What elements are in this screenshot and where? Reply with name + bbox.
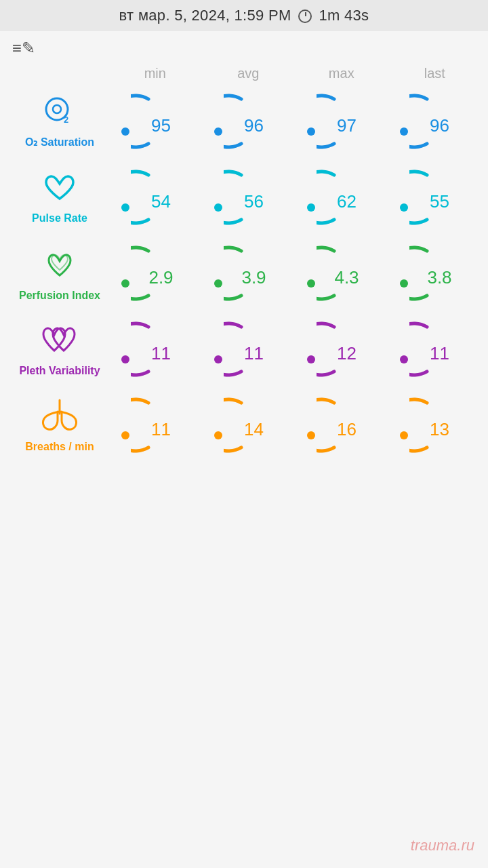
metric-label-breaths: Breaths / min xyxy=(9,397,110,453)
gauge-value-perfusion-0: 2.9 xyxy=(148,267,173,288)
gauge-dot-breaths-1 xyxy=(214,431,222,439)
pulse-icon xyxy=(39,170,80,208)
metrics-container: 2 O₂ Saturation 95 96 97 96 Pulse Rate 5… xyxy=(0,84,488,462)
metric-name-o2: O₂ Saturation xyxy=(25,136,94,149)
gauge-arc-breaths-0: 11 xyxy=(131,395,192,456)
gauge-arc-pulse-0: 54 xyxy=(131,167,192,228)
metric-row-perfusion: Perfusion Index 2.9 3.9 4.3 3.8 xyxy=(0,236,488,311)
gauge-breaths-1: 14 xyxy=(209,395,290,456)
gauge-dot-breaths-3 xyxy=(400,431,408,439)
gauge-arc-pulse-3: 55 xyxy=(409,167,470,228)
gauge-dot-pulse-0 xyxy=(121,203,129,212)
gauge-dot-pleth-0 xyxy=(121,355,129,363)
metric-gauges-breaths: 11 14 16 13 xyxy=(110,395,481,456)
gauge-arc-pulse-1: 56 xyxy=(224,167,285,228)
gauge-value-o2-1: 96 xyxy=(244,115,264,136)
gauge-value-perfusion-2: 4.3 xyxy=(334,267,359,288)
metric-label-pulse: Pulse Rate xyxy=(9,170,110,224)
watermark: trauma.ru xyxy=(411,837,474,854)
gauge-value-pleth-0: 11 xyxy=(151,343,171,364)
gauge-o2-2: 97 xyxy=(302,91,383,152)
perfusion-icon xyxy=(38,244,82,285)
gauge-dot-o2-3 xyxy=(400,127,408,136)
metric-label-pleth: Pleth Variability xyxy=(9,321,110,377)
gauge-perfusion-0: 2.9 xyxy=(116,243,197,304)
gauge-value-pulse-1: 56 xyxy=(244,191,264,212)
metric-label-o2: 2 O₂ Saturation xyxy=(9,94,110,149)
gauge-o2-0: 95 xyxy=(116,91,197,152)
gauge-arc-pleth-1: 11 xyxy=(224,319,285,380)
gauge-breaths-0: 11 xyxy=(116,395,197,456)
metric-label-perfusion: Perfusion Index xyxy=(9,244,110,302)
metric-name-pleth: Pleth Variability xyxy=(19,364,100,377)
gauge-arc-pleth-0: 11 xyxy=(131,319,192,380)
gauge-arc-pleth-2: 12 xyxy=(317,319,378,380)
gauge-arc-perfusion-0: 2.9 xyxy=(131,243,192,304)
svg-text:2: 2 xyxy=(64,115,68,125)
gauge-dot-perfusion-1 xyxy=(214,279,222,288)
gauge-arc-o2-1: 96 xyxy=(224,91,285,152)
gauge-dot-pulse-1 xyxy=(214,203,222,212)
gauge-value-pulse-3: 55 xyxy=(430,191,449,212)
gauge-value-breaths-1: 14 xyxy=(244,419,264,440)
gauge-pleth-1: 11 xyxy=(209,319,290,380)
metric-name-perfusion: Perfusion Index xyxy=(19,289,100,302)
gauge-value-o2-0: 95 xyxy=(151,115,171,136)
gauge-arc-o2-2: 97 xyxy=(317,91,378,152)
gauge-breaths-3: 13 xyxy=(394,395,476,456)
gauge-dot-perfusion-3 xyxy=(400,279,408,288)
gauge-value-perfusion-1: 3.9 xyxy=(241,267,266,288)
gauge-arc-pleth-3: 11 xyxy=(409,319,470,380)
gauge-pulse-1: 56 xyxy=(209,167,290,228)
gauge-dot-o2-1 xyxy=(214,127,222,136)
gauge-dot-pulse-2 xyxy=(307,203,315,212)
gauge-arc-breaths-1: 14 xyxy=(224,395,285,456)
col-header-min: min xyxy=(115,66,196,81)
gauge-pleth-3: 11 xyxy=(394,319,476,380)
gauge-pleth-0: 11 xyxy=(116,319,197,380)
gauge-perfusion-2: 4.3 xyxy=(302,243,383,304)
gauge-value-pulse-2: 62 xyxy=(337,191,357,212)
gauge-perfusion-1: 3.9 xyxy=(209,243,290,304)
gauge-dot-o2-2 xyxy=(307,127,315,136)
metric-row-pulse: Pulse Rate 54 56 62 55 xyxy=(0,160,488,235)
gauge-arc-perfusion-2: 4.3 xyxy=(317,243,378,304)
metric-name-breaths: Breaths / min xyxy=(25,440,94,453)
svg-point-1 xyxy=(53,105,61,113)
gauge-arc-breaths-2: 16 xyxy=(317,395,378,456)
metric-row-pleth: Pleth Variability 11 11 12 11 xyxy=(0,312,488,387)
gauge-value-breaths-0: 11 xyxy=(151,419,171,440)
gauge-dot-pleth-3 xyxy=(400,355,408,363)
gauge-pleth-2: 12 xyxy=(302,319,383,380)
metric-gauges-pulse: 54 56 62 55 xyxy=(110,167,481,228)
gauge-arc-perfusion-1: 3.9 xyxy=(224,243,285,304)
gauge-dot-perfusion-0 xyxy=(121,279,129,288)
toolbar: ≡✎ xyxy=(0,31,488,66)
menu-edit-icon[interactable]: ≡✎ xyxy=(12,39,35,57)
metric-gauges-o2: 95 96 97 96 xyxy=(110,91,481,152)
gauge-value-breaths-3: 13 xyxy=(430,419,449,440)
gauge-dot-perfusion-2 xyxy=(307,279,315,288)
col-header-avg: avg xyxy=(207,66,289,81)
gauge-value-pleth-3: 11 xyxy=(430,343,449,364)
gauge-arc-pulse-2: 62 xyxy=(317,167,378,228)
gauge-dot-breaths-0 xyxy=(121,431,129,439)
pleth-icon xyxy=(38,321,82,360)
gauge-value-pulse-0: 54 xyxy=(151,191,171,212)
gauge-dot-pulse-3 xyxy=(400,203,408,212)
status-bar: вт мар. 5, 2024, 1:59 PM 1m 43s xyxy=(0,0,488,31)
gauge-value-o2-2: 97 xyxy=(337,115,357,136)
gauge-dot-pleth-2 xyxy=(307,355,315,363)
gauge-arc-breaths-3: 13 xyxy=(409,395,470,456)
gauge-breaths-2: 16 xyxy=(302,395,383,456)
breaths-icon xyxy=(36,397,83,436)
col-header-max: max xyxy=(301,66,382,81)
gauge-dot-breaths-2 xyxy=(307,431,315,439)
gauge-arc-perfusion-3: 3.8 xyxy=(409,243,470,304)
o2-icon: 2 xyxy=(39,94,80,132)
metric-gauges-pleth: 11 11 12 11 xyxy=(110,319,481,380)
gauge-dot-o2-0 xyxy=(121,127,129,136)
gauge-dot-pleth-1 xyxy=(214,355,222,363)
column-headers: min avg max last xyxy=(108,66,481,81)
gauge-value-pleth-2: 12 xyxy=(337,343,357,364)
